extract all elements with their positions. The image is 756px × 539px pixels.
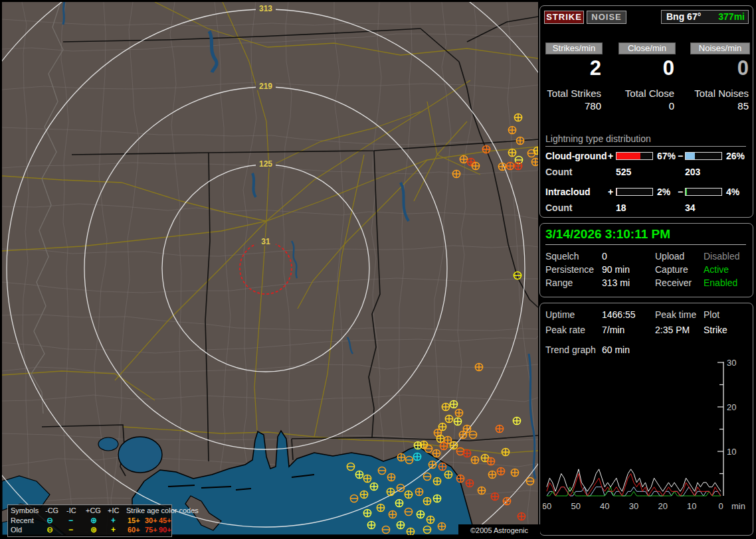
total-strikes-label: Total Strikes (545, 88, 601, 99)
strike-symbol-positive (426, 516, 434, 523)
range-value: 313 mi (602, 277, 630, 288)
capture-value: Active (704, 264, 729, 275)
strike-symbol-positive (463, 449, 470, 457)
strike-symbol-positive (442, 403, 449, 410)
count-label: Count (545, 167, 572, 177)
legend-row-old-label: Old (11, 526, 22, 534)
trend-x-unit-label: min (731, 501, 745, 511)
trend-x-tick-label: 10 (687, 501, 696, 511)
map-legend: Symbols -CG -IC +CG +IC Strike age color… (7, 504, 172, 537)
strike-symbol-positive (506, 162, 514, 169)
distance-value: 377mi (718, 11, 745, 22)
trend-series-cloud-ground (547, 474, 721, 497)
strike-symbol-positive (460, 155, 467, 163)
plot-label: Plot (704, 309, 719, 320)
plus-icon: + (111, 516, 116, 525)
circle-minus-icon: ⊖ (47, 525, 53, 534)
upload-value: Disabled (704, 251, 739, 262)
strike-symbol-positive (487, 457, 494, 465)
circle-minus-icon: ⊖ (47, 516, 53, 525)
strike-stats-panel: STRIKE NOISE Bng 67° 377mi Strikes/min C… (539, 5, 753, 218)
strike-symbol-positive (514, 162, 521, 169)
strikes-per-min-tab[interactable]: Strikes/min (545, 42, 603, 54)
ring-distance-label: 125 (259, 159, 272, 169)
close-per-min-value: 0 (618, 56, 674, 80)
peak-time-value: 2:35 PM (655, 325, 690, 335)
receiver-label: Receiver (655, 277, 692, 288)
legend-row-recent-label: Recent (11, 516, 34, 524)
strike-symbol-positive (389, 510, 396, 518)
ic-negative-bar (685, 188, 722, 196)
capture-label: Capture (655, 264, 688, 275)
lightning-map[interactable]: 31125219313 Symbols -CG -IC +CG +IC Stri… (2, 2, 538, 535)
strike-symbol-positive (360, 491, 367, 498)
strike-symbol-positive (478, 487, 485, 494)
strike-symbol-positive (466, 479, 473, 487)
trend-x-tick-label: 50 (571, 501, 580, 511)
receiver-value: Enabled (704, 277, 737, 288)
strike-symbol-positive (472, 162, 479, 169)
strike-symbol-positive (363, 475, 371, 482)
strike-symbol-positive (436, 435, 444, 442)
trend-series-total (547, 469, 721, 492)
upload-label: Upload (655, 251, 684, 262)
strike-symbol-positive (511, 469, 518, 476)
trend-x-tick-label: 20 (658, 501, 667, 511)
ring-distance-label: 313 (259, 4, 272, 13)
legend-header-pic: +IC (108, 506, 119, 514)
strike-symbol-positive (496, 425, 503, 432)
ring-distance-label: 31 (261, 237, 270, 246)
strike-symbol-positive (456, 475, 464, 482)
ring-distance-label: 219 (259, 82, 272, 91)
cg-positive-count: 525 (616, 167, 631, 177)
count-label: Count (545, 202, 572, 213)
trend-x-tick-label: 60 (543, 501, 551, 511)
strike-toggle-button[interactable]: STRIKE (544, 11, 584, 24)
age-60: 60+ (128, 526, 140, 534)
receiver-status-panel: 3/14/2026 3:10:11 PM Squelch 0 Upload Di… (539, 223, 753, 297)
age-45: 45+ (159, 516, 171, 524)
distribution-title: Lightning type distribution (545, 133, 746, 147)
ic-negative-count: 34 (685, 202, 696, 213)
strike-symbol-positive (433, 477, 440, 485)
strike-symbol-positive (413, 453, 421, 460)
range-label: Range (545, 277, 573, 288)
strike-symbol-positive (513, 417, 520, 424)
strike-symbol-positive (508, 126, 516, 133)
noises-per-min-value: 0 (690, 56, 749, 80)
age-90: 90+ (159, 526, 171, 534)
age-75: 75+ (145, 526, 157, 534)
trend-graph-label: Trend graph (545, 345, 596, 355)
strike-symbol-positive (420, 441, 427, 448)
map-canvas[interactable]: 31125219313 (2, 2, 538, 535)
uptime-value: 1466:55 (602, 309, 636, 320)
ic-negative-pct: 4% (726, 187, 739, 197)
strike-symbol-positive (452, 170, 460, 177)
cg-negative-count: 203 (685, 167, 700, 177)
strike-symbol-positive (467, 158, 474, 165)
strike-symbol-positive (471, 456, 478, 463)
strike-symbol-positive (459, 431, 466, 438)
circle-plus-icon: ⊕ (90, 516, 97, 525)
ic-positive-count: 18 (616, 202, 626, 213)
strike-symbol-positive (482, 145, 490, 153)
total-close-label: Total Close (618, 88, 674, 99)
minus-sign: − (678, 151, 683, 161)
trend-y-tick-label: 10 (727, 447, 736, 457)
strike-symbol-positive (503, 497, 510, 504)
squelch-label: Squelch (545, 251, 579, 262)
noise-toggle-button[interactable]: NOISE (587, 11, 626, 24)
app-window: 31125219313 Symbols -CG -IC +CG +IC Stri… (0, 0, 756, 539)
strike-symbol-positive (423, 497, 430, 504)
noises-per-min-tab[interactable]: Noises/min (690, 42, 750, 54)
datetime-display: 3/14/2026 3:10:11 PM (545, 227, 746, 245)
close-per-min-tab[interactable]: Close/min (618, 42, 676, 54)
strike-symbol-positive (518, 512, 525, 520)
cg-negative-pct: 26% (726, 151, 745, 161)
total-close-value: 0 (618, 100, 674, 112)
cloud-ground-label: Cloud-ground (545, 151, 607, 161)
strike-symbol-positive (488, 471, 496, 478)
trend-x-tick-label: 0 (718, 501, 723, 511)
bearing-value: Bng 67° (666, 11, 701, 22)
plus-icon: + (111, 525, 116, 534)
